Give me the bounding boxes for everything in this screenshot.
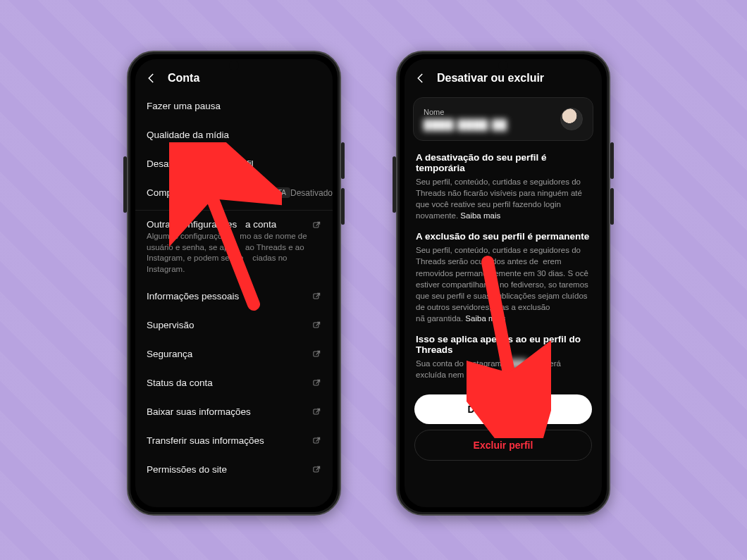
delete-profile-button[interactable]: Excluir perfil [414, 430, 592, 461]
phone-side-button [341, 188, 345, 225]
item-download-info[interactable]: Baixar suas informações [135, 397, 333, 426]
item-site-permissions[interactable]: Permissões do site [135, 455, 333, 484]
svg-rect-3 [314, 351, 319, 356]
section-body: Sua conta do Instagram ████ não será exc… [416, 358, 591, 380]
fediverse-status: Desativado [290, 188, 333, 198]
beta-badge: BETA [264, 187, 290, 198]
svg-rect-5 [314, 409, 319, 413]
section-body: Seu perfil, conteúdo, curtidas e seguido… [416, 244, 591, 324]
svg-rect-1 [314, 293, 319, 298]
camera-notch [229, 61, 239, 70]
section-heading: A exclusão do seu perfil é permanente [416, 231, 591, 242]
section-title-part2: a conta [245, 219, 276, 230]
item-label: Fazer uma pausa [147, 101, 221, 111]
external-link-icon [311, 378, 321, 388]
username-blurred: ████ [504, 359, 527, 368]
back-arrow-icon[interactable] [414, 72, 427, 85]
camera-notch [498, 61, 508, 70]
profile-card-label: Nome [424, 108, 507, 116]
section-heading: A desativação do seu perfil é temporária [416, 152, 591, 173]
avatar [560, 108, 583, 130]
profile-card[interactable]: Nome ████ ████ ██ [413, 97, 593, 141]
item-deactivate-delete-profile[interactable]: Desativar ou excluir perfil [135, 149, 333, 178]
item-security[interactable]: Segurança [135, 340, 333, 368]
item-label: Qualidade da mídia [147, 130, 229, 140]
back-arrow-icon[interactable] [145, 72, 158, 85]
screen-deactivate-delete: Desativar ou excluir Nome ████ ████ ██ A… [405, 59, 602, 507]
profile-name-blurred: ████ ████ ██ [424, 119, 507, 130]
external-link-icon [311, 436, 321, 446]
learn-more-link[interactable]: Saiba mais [460, 211, 500, 220]
item-label: Segurança [147, 349, 192, 359]
screen-account: Conta Fazer uma pausa Qualidade da mídia… [135, 59, 333, 507]
phone-side-button [610, 188, 614, 225]
item-supervision[interactable]: Supervisão [135, 311, 333, 340]
left-phone-frame: Conta Fazer uma pausa Qualidade da mídia… [127, 51, 341, 516]
other-settings-section: Outras configurações . a conta Algumas c… [135, 210, 333, 278]
item-label: Informações pessoais [147, 291, 239, 301]
svg-rect-6 [314, 437, 319, 442]
item-media-quality[interactable]: Qualidade da mídia [135, 120, 333, 149]
external-link-icon [311, 292, 321, 301]
threads-only-info-section: Isso se aplica apenas ao.eu perfil do Th… [405, 330, 602, 386]
external-link-icon [311, 349, 321, 359]
deletion-info-section: A exclusão do seu perfil é permanente Se… [405, 227, 602, 330]
item-label: Permissões do site [147, 464, 227, 475]
learn-more-link[interactable]: Saiba mais [465, 314, 505, 323]
item-label: Transferir suas informações [147, 435, 264, 446]
external-link-icon [311, 407, 321, 417]
item-transfer-info[interactable]: Transferir suas informações [135, 426, 333, 455]
item-share-fediverse[interactable]: Compartilhame..diverso BETA Desativado [135, 178, 333, 207]
svg-rect-7 [314, 466, 319, 471]
svg-rect-4 [314, 380, 319, 385]
svg-rect-0 [314, 222, 319, 227]
item-label: Status da conta [147, 378, 213, 388]
phone-side-button [341, 142, 345, 179]
external-link-icon [311, 465, 321, 475]
item-personal-info[interactable]: Informações pessoais [135, 282, 333, 311]
item-account-status[interactable]: Status da conta [135, 368, 333, 397]
phone-side-button [610, 142, 614, 179]
page-title: Desativar ou excluir [437, 72, 544, 85]
item-label: Supervisão [147, 320, 195, 330]
deactivate-profile-button[interactable]: Desativar perfil [414, 394, 592, 424]
external-link-icon [311, 321, 321, 330]
deactivation-info-section: A desativação do seu perfil é temporária… [405, 148, 602, 227]
right-phone-frame: Desativar ou excluir Nome ████ ████ ██ A… [396, 51, 610, 516]
item-pause[interactable]: Fazer uma pausa [135, 92, 333, 120]
item-label-part1: Compartilhame [147, 187, 211, 198]
section-title-part1: Outras configurações [147, 219, 237, 230]
external-link-icon[interactable] [311, 220, 321, 230]
section-body: Seu perfil, conteúdo, curtidas e seguido… [416, 176, 591, 221]
item-label: Baixar suas informações [147, 406, 251, 417]
item-label: Desativar ou excluir perfil [147, 158, 254, 169]
page-title: Conta [168, 72, 199, 85]
svg-rect-2 [314, 322, 319, 327]
section-desc: Algumas configurações .. mo as de nome d… [147, 231, 321, 275]
item-label-part2: diverso [228, 187, 259, 198]
section-heading: Isso se aplica apenas ao.eu perfil do Th… [416, 334, 591, 355]
